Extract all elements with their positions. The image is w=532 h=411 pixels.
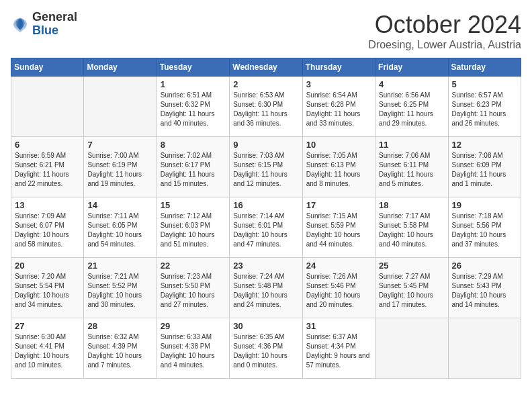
- day-info: Sunrise: 7:18 AMSunset: 5:56 PMDaylight:…: [452, 212, 517, 249]
- day-info: Sunrise: 6:32 AMSunset: 4:39 PMDaylight:…: [87, 332, 152, 370]
- calendar-cell: 29Sunrise: 6:33 AMSunset: 4:38 PMDayligh…: [157, 318, 229, 379]
- logo-blue: Blue: [32, 24, 77, 38]
- day-info: Sunrise: 6:37 AMSunset: 4:34 PMDaylight:…: [306, 332, 371, 370]
- day-info: Sunrise: 6:30 AMSunset: 4:41 PMDaylight:…: [15, 332, 80, 370]
- calendar-header-wednesday: Wednesday: [230, 58, 302, 77]
- day-number: 2: [233, 79, 298, 89]
- calendar-cell: 25Sunrise: 7:27 AMSunset: 5:45 PMDayligh…: [375, 258, 448, 318]
- calendar-week-row: 27Sunrise: 6:30 AMSunset: 4:41 PMDayligh…: [11, 318, 521, 379]
- day-number: 12: [452, 140, 517, 150]
- calendar-cell: 22Sunrise: 7:23 AMSunset: 5:50 PMDayligh…: [157, 258, 229, 318]
- calendar-cell: 15Sunrise: 7:12 AMSunset: 6:03 PMDayligh…: [157, 197, 229, 258]
- day-info: Sunrise: 7:29 AMSunset: 5:43 PMDaylight:…: [452, 272, 517, 310]
- day-info: Sunrise: 7:21 AMSunset: 5:52 PMDaylight:…: [87, 272, 152, 310]
- title-block: October 2024 Droesing, Lower Austria, Au…: [368, 11, 521, 51]
- day-number: 14: [87, 200, 152, 210]
- day-number: 26: [452, 261, 517, 271]
- calendar-cell: 3Sunrise: 6:54 AMSunset: 6:28 PMDaylight…: [302, 77, 375, 137]
- day-number: 6: [15, 140, 80, 150]
- day-number: 18: [379, 200, 444, 210]
- day-info: Sunrise: 6:54 AMSunset: 6:28 PMDaylight:…: [306, 91, 371, 128]
- day-number: 15: [161, 200, 226, 210]
- day-info: Sunrise: 6:59 AMSunset: 6:21 PMDaylight:…: [15, 151, 80, 189]
- day-number: 1: [161, 79, 226, 89]
- day-info: Sunrise: 7:20 AMSunset: 5:54 PMDaylight:…: [15, 272, 80, 310]
- calendar-cell: 4Sunrise: 6:56 AMSunset: 6:25 PMDaylight…: [375, 77, 448, 137]
- day-number: 30: [233, 321, 298, 331]
- day-number: 5: [452, 79, 517, 89]
- day-info: Sunrise: 7:14 AMSunset: 6:01 PMDaylight:…: [233, 212, 298, 249]
- calendar-table: SundayMondayTuesdayWednesdayThursdayFrid…: [11, 58, 521, 379]
- calendar-cell: 9Sunrise: 7:03 AMSunset: 6:15 PMDaylight…: [230, 137, 302, 197]
- day-number: 3: [306, 79, 371, 89]
- logo-general: General: [32, 11, 77, 24]
- calendar-cell: 24Sunrise: 7:26 AMSunset: 5:46 PMDayligh…: [302, 258, 375, 318]
- calendar-cell: 11Sunrise: 7:06 AMSunset: 6:11 PMDayligh…: [375, 137, 448, 197]
- calendar-cell: 5Sunrise: 6:57 AMSunset: 6:23 PMDaylight…: [448, 77, 521, 137]
- calendar-header-saturday: Saturday: [448, 58, 521, 77]
- calendar-cell: 7Sunrise: 7:00 AMSunset: 6:19 PMDaylight…: [84, 137, 157, 197]
- day-info: Sunrise: 7:06 AMSunset: 6:11 PMDaylight:…: [379, 151, 444, 189]
- calendar-cell: 13Sunrise: 7:09 AMSunset: 6:07 PMDayligh…: [11, 197, 84, 258]
- calendar-week-row: 13Sunrise: 7:09 AMSunset: 6:07 PMDayligh…: [11, 197, 521, 258]
- calendar-week-row: 20Sunrise: 7:20 AMSunset: 5:54 PMDayligh…: [11, 258, 521, 318]
- calendar-week-row: 1Sunrise: 6:51 AMSunset: 6:32 PMDaylight…: [11, 77, 521, 137]
- day-number: 16: [233, 200, 298, 210]
- day-info: Sunrise: 6:33 AMSunset: 4:38 PMDaylight:…: [161, 332, 226, 370]
- day-info: Sunrise: 7:15 AMSunset: 5:59 PMDaylight:…: [306, 212, 371, 249]
- calendar-cell: 17Sunrise: 7:15 AMSunset: 5:59 PMDayligh…: [302, 197, 375, 258]
- calendar-week-row: 6Sunrise: 6:59 AMSunset: 6:21 PMDaylight…: [11, 137, 521, 197]
- location: Droesing, Lower Austria, Austria: [368, 39, 521, 51]
- day-number: 23: [233, 261, 298, 271]
- calendar-cell: 16Sunrise: 7:14 AMSunset: 6:01 PMDayligh…: [230, 197, 302, 258]
- day-info: Sunrise: 7:26 AMSunset: 5:46 PMDaylight:…: [306, 272, 371, 310]
- day-number: 10: [306, 140, 371, 150]
- day-number: 27: [15, 321, 80, 331]
- day-info: Sunrise: 7:23 AMSunset: 5:50 PMDaylight:…: [161, 272, 226, 310]
- day-info: Sunrise: 7:05 AMSunset: 6:13 PMDaylight:…: [306, 151, 371, 189]
- calendar-cell: 14Sunrise: 7:11 AMSunset: 6:05 PMDayligh…: [84, 197, 157, 258]
- logo-icon: [11, 15, 30, 34]
- day-number: 19: [452, 200, 517, 210]
- calendar-header-sunday: Sunday: [11, 58, 84, 77]
- day-info: Sunrise: 7:02 AMSunset: 6:17 PMDaylight:…: [161, 151, 226, 189]
- day-info: Sunrise: 6:56 AMSunset: 6:25 PMDaylight:…: [379, 91, 444, 128]
- calendar-cell: 12Sunrise: 7:08 AMSunset: 6:09 PMDayligh…: [448, 137, 521, 197]
- day-info: Sunrise: 7:24 AMSunset: 5:48 PMDaylight:…: [233, 272, 298, 310]
- day-number: 9: [233, 140, 298, 150]
- calendar-cell: 26Sunrise: 7:29 AMSunset: 5:43 PMDayligh…: [448, 258, 521, 318]
- day-number: 20: [15, 261, 80, 271]
- day-number: 25: [379, 261, 444, 271]
- calendar-cell: 10Sunrise: 7:05 AMSunset: 6:13 PMDayligh…: [302, 137, 375, 197]
- day-number: 7: [87, 140, 152, 150]
- day-info: Sunrise: 7:09 AMSunset: 6:07 PMDaylight:…: [15, 212, 80, 249]
- day-info: Sunrise: 6:51 AMSunset: 6:32 PMDaylight:…: [161, 91, 226, 128]
- day-number: 28: [87, 321, 152, 331]
- calendar-cell: 21Sunrise: 7:21 AMSunset: 5:52 PMDayligh…: [84, 258, 157, 318]
- day-info: Sunrise: 7:27 AMSunset: 5:45 PMDaylight:…: [379, 272, 444, 310]
- day-info: Sunrise: 7:12 AMSunset: 6:03 PMDaylight:…: [161, 212, 226, 249]
- day-info: Sunrise: 6:57 AMSunset: 6:23 PMDaylight:…: [452, 91, 517, 128]
- calendar-cell: 1Sunrise: 6:51 AMSunset: 6:32 PMDaylight…: [157, 77, 229, 137]
- day-info: Sunrise: 6:53 AMSunset: 6:30 PMDaylight:…: [233, 91, 298, 128]
- calendar-header-thursday: Thursday: [302, 58, 375, 77]
- day-number: 17: [306, 200, 371, 210]
- day-number: 21: [87, 261, 152, 271]
- calendar-header-row: SundayMondayTuesdayWednesdayThursdayFrid…: [11, 58, 521, 77]
- calendar-cell: 19Sunrise: 7:18 AMSunset: 5:56 PMDayligh…: [448, 197, 521, 258]
- calendar-cell: [84, 77, 157, 137]
- calendar-cell: 23Sunrise: 7:24 AMSunset: 5:48 PMDayligh…: [230, 258, 302, 318]
- calendar-cell: 18Sunrise: 7:17 AMSunset: 5:58 PMDayligh…: [375, 197, 448, 258]
- day-number: 11: [379, 140, 444, 150]
- day-number: 13: [15, 200, 80, 210]
- calendar-cell: 20Sunrise: 7:20 AMSunset: 5:54 PMDayligh…: [11, 258, 84, 318]
- calendar-cell: 8Sunrise: 7:02 AMSunset: 6:17 PMDaylight…: [157, 137, 229, 197]
- day-info: Sunrise: 7:11 AMSunset: 6:05 PMDaylight:…: [87, 212, 152, 249]
- day-info: Sunrise: 7:03 AMSunset: 6:15 PMDaylight:…: [233, 151, 298, 189]
- day-number: 4: [379, 79, 444, 89]
- calendar-cell: 6Sunrise: 6:59 AMSunset: 6:21 PMDaylight…: [11, 137, 84, 197]
- calendar-cell: 2Sunrise: 6:53 AMSunset: 6:30 PMDaylight…: [230, 77, 302, 137]
- calendar-cell: 31Sunrise: 6:37 AMSunset: 4:34 PMDayligh…: [302, 318, 375, 379]
- calendar-cell: [375, 318, 448, 379]
- logo: General Blue: [11, 11, 77, 38]
